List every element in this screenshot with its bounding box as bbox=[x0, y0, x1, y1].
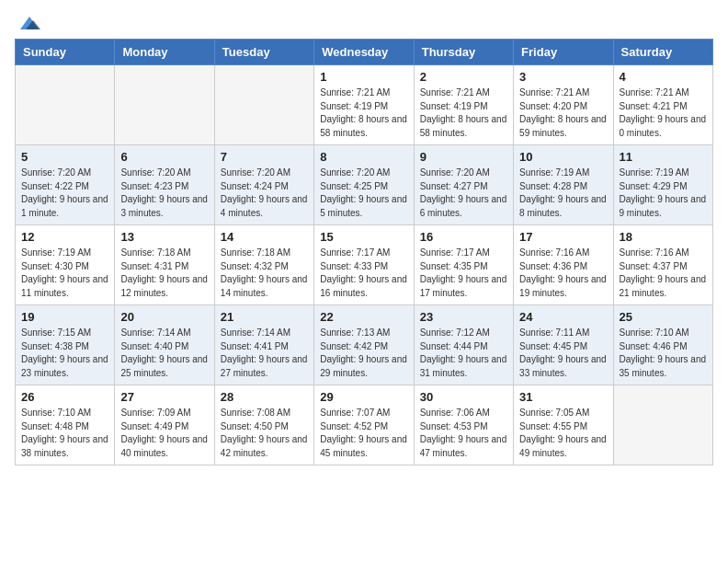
cell-info: Sunrise: 7:19 AM Sunset: 4:28 PM Dayligh… bbox=[519, 167, 607, 220]
cell-date: 21 bbox=[221, 310, 308, 324]
calendar-cell: 13Sunrise: 7:18 AM Sunset: 4:31 PM Dayli… bbox=[115, 225, 214, 305]
cell-info: Sunrise: 7:21 AM Sunset: 4:19 PM Dayligh… bbox=[420, 86, 507, 140]
weekday-saturday: Saturday bbox=[613, 40, 712, 65]
cell-info: Sunrise: 7:05 AM Sunset: 4:55 PM Dayligh… bbox=[519, 407, 607, 460]
calendar-cell: 16Sunrise: 7:17 AM Sunset: 4:35 PM Dayli… bbox=[414, 225, 513, 305]
cell-date: 16 bbox=[420, 230, 507, 244]
cell-date: 3 bbox=[519, 70, 607, 84]
cell-date: 26 bbox=[21, 390, 108, 404]
weekday-monday: Monday bbox=[115, 40, 214, 65]
cell-date: 28 bbox=[221, 390, 308, 404]
cell-date: 23 bbox=[420, 310, 507, 324]
cell-info: Sunrise: 7:19 AM Sunset: 4:29 PM Dayligh… bbox=[620, 167, 707, 220]
calendar-cell: 28Sunrise: 7:08 AM Sunset: 4:50 PM Dayli… bbox=[214, 385, 313, 465]
calendar-cell: 10Sunrise: 7:19 AM Sunset: 4:28 PM Dayli… bbox=[514, 145, 613, 225]
cell-info: Sunrise: 7:21 AM Sunset: 4:19 PM Dayligh… bbox=[320, 86, 407, 140]
cell-date: 27 bbox=[120, 390, 208, 404]
logo bbox=[15, 15, 42, 28]
cell-date: 18 bbox=[620, 230, 707, 244]
calendar-cell bbox=[613, 385, 712, 465]
calendar-cell: 31Sunrise: 7:05 AM Sunset: 4:55 PM Dayli… bbox=[514, 385, 613, 465]
cell-date: 1 bbox=[320, 70, 407, 84]
cell-info: Sunrise: 7:20 AM Sunset: 4:23 PM Dayligh… bbox=[120, 167, 208, 220]
cell-date: 10 bbox=[519, 150, 607, 164]
cell-info: Sunrise: 7:18 AM Sunset: 4:32 PM Dayligh… bbox=[221, 247, 308, 300]
cell-info: Sunrise: 7:16 AM Sunset: 4:37 PM Dayligh… bbox=[620, 247, 707, 300]
cell-date: 5 bbox=[21, 150, 108, 164]
cell-info: Sunrise: 7:21 AM Sunset: 4:21 PM Dayligh… bbox=[620, 86, 707, 140]
header bbox=[15, 15, 713, 28]
calendar-cell: 2Sunrise: 7:21 AM Sunset: 4:19 PM Daylig… bbox=[414, 65, 513, 145]
logo-icon bbox=[17, 13, 42, 33]
cell-date: 6 bbox=[120, 150, 208, 164]
cell-info: Sunrise: 7:10 AM Sunset: 4:48 PM Dayligh… bbox=[21, 407, 108, 460]
cell-date: 30 bbox=[420, 390, 507, 404]
cell-date: 25 bbox=[620, 310, 707, 324]
calendar-week-5: 26Sunrise: 7:10 AM Sunset: 4:48 PM Dayli… bbox=[16, 385, 713, 465]
cell-date: 8 bbox=[320, 150, 407, 164]
calendar-cell: 17Sunrise: 7:16 AM Sunset: 4:36 PM Dayli… bbox=[514, 225, 613, 305]
calendar-cell: 11Sunrise: 7:19 AM Sunset: 4:29 PM Dayli… bbox=[613, 145, 712, 225]
calendar-cell: 20Sunrise: 7:14 AM Sunset: 4:40 PM Dayli… bbox=[115, 305, 214, 385]
cell-info: Sunrise: 7:17 AM Sunset: 4:35 PM Dayligh… bbox=[420, 247, 507, 300]
cell-info: Sunrise: 7:10 AM Sunset: 4:46 PM Dayligh… bbox=[620, 327, 707, 380]
calendar-cell bbox=[16, 65, 115, 145]
calendar-cell: 21Sunrise: 7:14 AM Sunset: 4:41 PM Dayli… bbox=[214, 305, 313, 385]
calendar-body: 1Sunrise: 7:21 AM Sunset: 4:19 PM Daylig… bbox=[16, 65, 713, 465]
calendar-cell: 4Sunrise: 7:21 AM Sunset: 4:21 PM Daylig… bbox=[613, 65, 712, 145]
calendar-cell: 9Sunrise: 7:20 AM Sunset: 4:27 PM Daylig… bbox=[414, 145, 513, 225]
calendar: SundayMondayTuesdayWednesdayThursdayFrid… bbox=[15, 39, 713, 465]
cell-info: Sunrise: 7:19 AM Sunset: 4:30 PM Dayligh… bbox=[21, 247, 108, 300]
calendar-header: SundayMondayTuesdayWednesdayThursdayFrid… bbox=[16, 40, 713, 65]
cell-date: 14 bbox=[221, 230, 308, 244]
cell-info: Sunrise: 7:12 AM Sunset: 4:44 PM Dayligh… bbox=[420, 327, 507, 380]
calendar-cell: 22Sunrise: 7:13 AM Sunset: 4:42 PM Dayli… bbox=[314, 305, 414, 385]
cell-date: 2 bbox=[420, 70, 507, 84]
calendar-cell: 1Sunrise: 7:21 AM Sunset: 4:19 PM Daylig… bbox=[314, 65, 414, 145]
weekday-friday: Friday bbox=[514, 40, 613, 65]
calendar-cell: 27Sunrise: 7:09 AM Sunset: 4:49 PM Dayli… bbox=[115, 385, 214, 465]
calendar-cell: 7Sunrise: 7:20 AM Sunset: 4:24 PM Daylig… bbox=[214, 145, 313, 225]
cell-date: 20 bbox=[120, 310, 208, 324]
cell-date: 17 bbox=[519, 230, 607, 244]
cell-info: Sunrise: 7:09 AM Sunset: 4:49 PM Dayligh… bbox=[120, 407, 208, 460]
cell-info: Sunrise: 7:14 AM Sunset: 4:41 PM Dayligh… bbox=[221, 327, 308, 380]
cell-info: Sunrise: 7:11 AM Sunset: 4:45 PM Dayligh… bbox=[519, 327, 607, 380]
calendar-cell: 5Sunrise: 7:20 AM Sunset: 4:22 PM Daylig… bbox=[16, 145, 115, 225]
cell-info: Sunrise: 7:21 AM Sunset: 4:20 PM Dayligh… bbox=[519, 86, 607, 140]
cell-info: Sunrise: 7:08 AM Sunset: 4:50 PM Dayligh… bbox=[221, 407, 308, 460]
cell-date: 12 bbox=[21, 230, 108, 244]
calendar-cell: 6Sunrise: 7:20 AM Sunset: 4:23 PM Daylig… bbox=[115, 145, 214, 225]
calendar-week-2: 5Sunrise: 7:20 AM Sunset: 4:22 PM Daylig… bbox=[16, 145, 713, 225]
calendar-cell: 3Sunrise: 7:21 AM Sunset: 4:20 PM Daylig… bbox=[514, 65, 613, 145]
calendar-cell: 26Sunrise: 7:10 AM Sunset: 4:48 PM Dayli… bbox=[16, 385, 115, 465]
calendar-cell: 15Sunrise: 7:17 AM Sunset: 4:33 PM Dayli… bbox=[314, 225, 414, 305]
cell-date: 24 bbox=[519, 310, 607, 324]
calendar-cell: 12Sunrise: 7:19 AM Sunset: 4:30 PM Dayli… bbox=[16, 225, 115, 305]
cell-date: 15 bbox=[320, 230, 407, 244]
cell-date: 11 bbox=[620, 150, 707, 164]
calendar-cell bbox=[115, 65, 214, 145]
cell-date: 19 bbox=[21, 310, 108, 324]
cell-date: 9 bbox=[420, 150, 507, 164]
cell-date: 7 bbox=[221, 150, 308, 164]
cell-date: 13 bbox=[120, 230, 208, 244]
weekday-thursday: Thursday bbox=[414, 40, 513, 65]
cell-info: Sunrise: 7:13 AM Sunset: 4:42 PM Dayligh… bbox=[320, 327, 407, 380]
calendar-week-4: 19Sunrise: 7:15 AM Sunset: 4:38 PM Dayli… bbox=[16, 305, 713, 385]
cell-info: Sunrise: 7:14 AM Sunset: 4:40 PM Dayligh… bbox=[120, 327, 208, 380]
cell-date: 4 bbox=[620, 70, 707, 84]
cell-info: Sunrise: 7:07 AM Sunset: 4:52 PM Dayligh… bbox=[320, 407, 407, 460]
calendar-cell: 30Sunrise: 7:06 AM Sunset: 4:53 PM Dayli… bbox=[414, 385, 513, 465]
weekday-wednesday: Wednesday bbox=[314, 40, 414, 65]
calendar-cell: 19Sunrise: 7:15 AM Sunset: 4:38 PM Dayli… bbox=[16, 305, 115, 385]
weekday-header-row: SundayMondayTuesdayWednesdayThursdayFrid… bbox=[16, 40, 713, 65]
cell-info: Sunrise: 7:18 AM Sunset: 4:31 PM Dayligh… bbox=[120, 247, 208, 300]
cell-info: Sunrise: 7:20 AM Sunset: 4:27 PM Dayligh… bbox=[420, 167, 507, 220]
cell-date: 22 bbox=[320, 310, 407, 324]
cell-date: 31 bbox=[519, 390, 607, 404]
calendar-cell: 14Sunrise: 7:18 AM Sunset: 4:32 PM Dayli… bbox=[214, 225, 313, 305]
calendar-cell: 8Sunrise: 7:20 AM Sunset: 4:25 PM Daylig… bbox=[314, 145, 414, 225]
page: SundayMondayTuesdayWednesdayThursdayFrid… bbox=[0, 0, 728, 480]
calendar-cell: 25Sunrise: 7:10 AM Sunset: 4:46 PM Dayli… bbox=[613, 305, 712, 385]
